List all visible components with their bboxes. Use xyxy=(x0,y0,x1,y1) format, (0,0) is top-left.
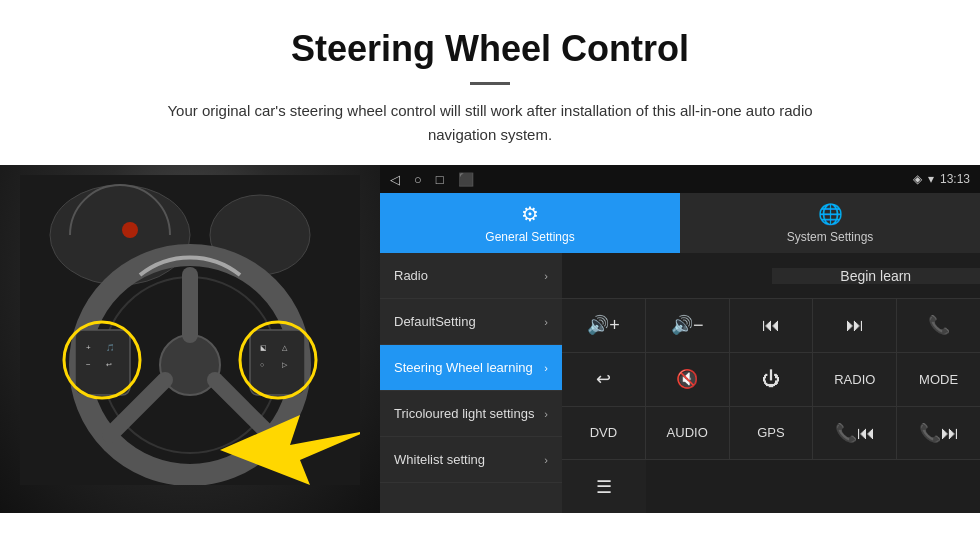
status-bar: ◁ ○ □ ⬛ ◈ ▾ 13:13 xyxy=(380,165,980,193)
gps-icon: ◈ xyxy=(913,172,922,186)
steering-wheel-image: + 🎵 − ↩ ⬕ △ ○ ▷ xyxy=(0,165,380,513)
mode-label: MODE xyxy=(919,372,958,387)
empty-row-4 xyxy=(646,460,980,513)
svg-text:○: ○ xyxy=(260,361,264,368)
svg-text:+: + xyxy=(86,343,91,352)
chevron-icon: › xyxy=(544,270,548,282)
tab-bar: ⚙ General Settings 🌐 System Settings xyxy=(380,193,980,253)
menu-item-steering-label: Steering Wheel learning xyxy=(394,360,544,375)
phone-button[interactable]: 📞 xyxy=(897,299,980,352)
content-area: Radio › DefaultSetting › Steering Wheel … xyxy=(380,253,980,513)
tab-general-settings[interactable]: ⚙ General Settings xyxy=(380,193,680,253)
next-track-button[interactable]: ⏭ xyxy=(813,299,897,352)
vol-down-button[interactable]: 🔊− xyxy=(646,299,730,352)
ctrl-row-1: 🔊+ 🔊− ⏮ ⏭ 📞 xyxy=(562,299,980,353)
steering-wheel-svg: + 🎵 − ↩ ⬕ △ ○ ▷ xyxy=(20,175,360,485)
menu-item-radio-label: Radio xyxy=(394,268,544,283)
mute-icon: 🔇 xyxy=(676,368,698,390)
svg-text:↩: ↩ xyxy=(106,361,112,368)
menu-item-default-setting[interactable]: DefaultSetting › xyxy=(380,299,562,345)
clock: 13:13 xyxy=(940,172,970,186)
audio-label: AUDIO xyxy=(667,425,708,440)
vol-down-icon: 🔊− xyxy=(671,314,704,336)
vol-up-button[interactable]: 🔊+ xyxy=(562,299,646,352)
tab-system-label: System Settings xyxy=(787,230,874,244)
page-title: Steering Wheel Control xyxy=(40,28,940,70)
menu-item-whitelist-label: Whitelist setting xyxy=(394,452,544,467)
home-icon: ○ xyxy=(414,172,422,187)
gps-button[interactable]: GPS xyxy=(730,407,814,460)
header-divider xyxy=(470,82,510,85)
radio-label: RADIO xyxy=(834,372,875,387)
left-menu: Radio › DefaultSetting › Steering Wheel … xyxy=(380,253,562,513)
mode-button[interactable]: MODE xyxy=(897,353,980,406)
steering-bg: + 🎵 − ↩ ⬕ △ ○ ▷ xyxy=(0,165,380,513)
phone-next-icon: 📞⏭ xyxy=(919,422,959,444)
svg-rect-15 xyxy=(250,330,305,395)
menu-item-tricoloured[interactable]: Tricoloured light settings › xyxy=(380,391,562,437)
ctrl-row-4: ☰ xyxy=(562,460,980,513)
audio-button[interactable]: AUDIO xyxy=(646,407,730,460)
radio-button[interactable]: RADIO xyxy=(813,353,897,406)
status-bar-right: ◈ ▾ 13:13 xyxy=(913,172,970,186)
status-bar-left: ◁ ○ □ ⬛ xyxy=(390,172,474,187)
phone-icon: 📞 xyxy=(928,314,950,336)
chevron-icon: › xyxy=(544,362,548,374)
back-icon: ◁ xyxy=(390,172,400,187)
chevron-icon: › xyxy=(544,454,548,466)
begin-learn-label: Begin learn xyxy=(840,268,911,284)
begin-learn-row: Begin learn xyxy=(562,253,980,299)
menu-item-whitelist[interactable]: Whitelist setting › xyxy=(380,437,562,483)
menu-item-tricoloured-label: Tricoloured light settings xyxy=(394,406,544,421)
prev-track-icon: ⏮ xyxy=(762,315,780,336)
begin-learn-button[interactable]: Begin learn xyxy=(772,268,981,284)
controls-grid: 🔊+ 🔊− ⏮ ⏭ 📞 xyxy=(562,299,980,513)
system-settings-icon: 🌐 xyxy=(818,202,843,226)
mute-button[interactable]: 🔇 xyxy=(646,353,730,406)
chevron-icon: › xyxy=(544,316,548,328)
right-control-panel: Begin learn 🔊+ 🔊− ⏮ xyxy=(562,253,980,513)
phone-prev-icon: 📞⏮ xyxy=(835,422,875,444)
svg-point-3 xyxy=(122,222,138,238)
phone-prev-button[interactable]: 📞⏮ xyxy=(813,407,897,460)
tab-system-settings[interactable]: 🌐 System Settings xyxy=(680,193,980,253)
page-header: Steering Wheel Control Your original car… xyxy=(0,0,980,165)
tab-general-label: General Settings xyxy=(485,230,574,244)
list-icon: ☰ xyxy=(596,476,612,498)
hangup-button[interactable]: ↩ xyxy=(562,353,646,406)
phone-next-button[interactable]: 📞⏭ xyxy=(897,407,980,460)
header-subtitle: Your original car's steering wheel contr… xyxy=(150,99,830,147)
dvd-button[interactable]: DVD xyxy=(562,407,646,460)
signal-icon: ▾ xyxy=(928,172,934,186)
menu-item-radio[interactable]: Radio › xyxy=(380,253,562,299)
main-content: + 🎵 − ↩ ⬕ △ ○ ▷ xyxy=(0,165,980,513)
prev-track-button[interactable]: ⏮ xyxy=(730,299,814,352)
svg-text:−: − xyxy=(86,360,91,369)
general-settings-icon: ⚙ xyxy=(521,202,539,226)
menu-item-default-label: DefaultSetting xyxy=(394,314,544,329)
svg-rect-10 xyxy=(75,330,130,395)
next-track-icon: ⏭ xyxy=(846,315,864,336)
power-button[interactable]: ⏻ xyxy=(730,353,814,406)
menu-item-steering-wheel[interactable]: Steering Wheel learning › xyxy=(380,345,562,391)
power-icon: ⏻ xyxy=(762,369,780,390)
list-button[interactable]: ☰ xyxy=(562,460,646,513)
hangup-icon: ↩ xyxy=(596,368,611,390)
ctrl-row-3: DVD AUDIO GPS 📞⏮ 📞⏭ xyxy=(562,407,980,461)
recents-icon: □ xyxy=(436,172,444,187)
ctrl-row-2: ↩ 🔇 ⏻ RADIO MODE xyxy=(562,353,980,407)
chevron-icon: › xyxy=(544,408,548,420)
dvd-label: DVD xyxy=(590,425,617,440)
svg-text:⬕: ⬕ xyxy=(260,344,267,351)
gps-label: GPS xyxy=(757,425,784,440)
screenshot-icon: ⬛ xyxy=(458,172,474,187)
vol-up-icon: 🔊+ xyxy=(587,314,620,336)
android-panel: ◁ ○ □ ⬛ ◈ ▾ 13:13 ⚙ General Settings 🌐 S… xyxy=(380,165,980,513)
svg-text:🎵: 🎵 xyxy=(106,343,115,352)
